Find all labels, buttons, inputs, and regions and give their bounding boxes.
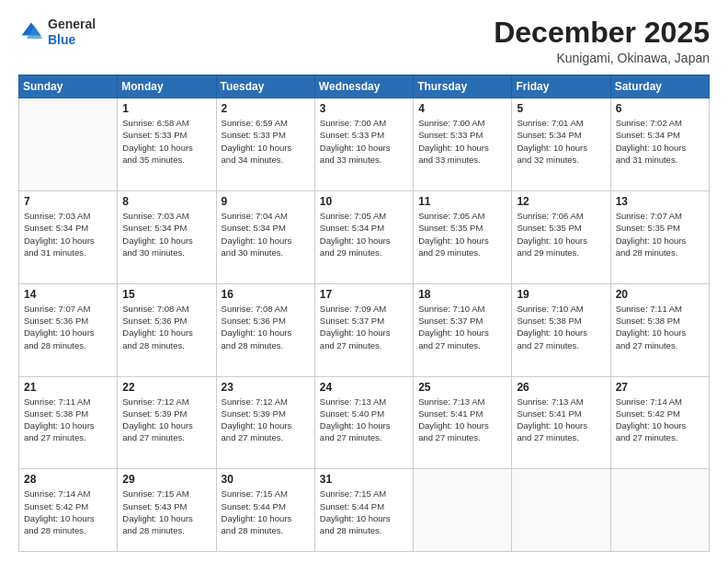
- day-number: 27: [616, 381, 704, 394]
- col-tuesday: Tuesday: [216, 75, 314, 98]
- calendar-row: 14Sunrise: 7:07 AM Sunset: 5:36 PM Dayli…: [19, 283, 710, 376]
- calendar-row: 21Sunrise: 7:11 AM Sunset: 5:38 PM Dayli…: [19, 376, 710, 469]
- day-number: 19: [517, 288, 605, 301]
- calendar-cell: 22Sunrise: 7:12 AM Sunset: 5:39 PM Dayli…: [118, 376, 216, 469]
- calendar-cell: 12Sunrise: 7:06 AM Sunset: 5:35 PM Dayli…: [512, 190, 610, 283]
- calendar-cell: 3Sunrise: 7:00 AM Sunset: 5:33 PM Daylig…: [314, 98, 413, 191]
- calendar-cell: 24Sunrise: 7:13 AM Sunset: 5:40 PM Dayli…: [314, 376, 413, 469]
- col-friday: Friday: [512, 75, 610, 98]
- calendar-cell: 25Sunrise: 7:13 AM Sunset: 5:41 PM Dayli…: [414, 376, 512, 469]
- day-info: Sunrise: 7:07 AM Sunset: 5:35 PM Dayligh…: [616, 210, 704, 259]
- calendar-cell: 27Sunrise: 7:14 AM Sunset: 5:42 PM Dayli…: [610, 376, 709, 469]
- day-info: Sunrise: 6:59 AM Sunset: 5:33 PM Dayligh…: [222, 117, 310, 166]
- col-thursday: Thursday: [414, 75, 512, 98]
- day-info: Sunrise: 7:12 AM Sunset: 5:39 PM Dayligh…: [222, 396, 310, 444]
- calendar-cell: 1Sunrise: 6:58 AM Sunset: 5:33 PM Daylig…: [118, 98, 216, 191]
- calendar-cell: 30Sunrise: 7:15 AM Sunset: 5:44 PM Dayli…: [216, 469, 314, 552]
- calendar-cell: 6Sunrise: 7:02 AM Sunset: 5:34 PM Daylig…: [610, 98, 709, 191]
- day-number: 16: [222, 288, 310, 301]
- month-title: December 2025: [494, 17, 710, 49]
- day-info: Sunrise: 7:01 AM Sunset: 5:34 PM Dayligh…: [517, 117, 605, 166]
- calendar-cell: [512, 469, 610, 552]
- calendar-cell: 4Sunrise: 7:00 AM Sunset: 5:33 PM Daylig…: [414, 98, 512, 191]
- day-info: Sunrise: 6:58 AM Sunset: 5:33 PM Dayligh…: [122, 117, 210, 166]
- logo-icon: [18, 19, 44, 45]
- day-number: 1: [122, 102, 210, 115]
- day-number: 26: [517, 381, 605, 394]
- day-info: Sunrise: 7:08 AM Sunset: 5:36 PM Dayligh…: [222, 303, 310, 351]
- day-number: 17: [320, 288, 408, 301]
- day-number: 2: [222, 102, 310, 115]
- calendar-cell: 15Sunrise: 7:08 AM Sunset: 5:36 PM Dayli…: [118, 283, 216, 376]
- calendar-row: 1Sunrise: 6:58 AM Sunset: 5:33 PM Daylig…: [19, 98, 710, 191]
- day-number: 14: [24, 288, 112, 301]
- day-number: 20: [616, 288, 704, 301]
- calendar-header-row: Sunday Monday Tuesday Wednesday Thursday…: [19, 75, 710, 98]
- calendar-cell: 7Sunrise: 7:03 AM Sunset: 5:34 PM Daylig…: [19, 190, 118, 283]
- calendar-cell: 21Sunrise: 7:11 AM Sunset: 5:38 PM Dayli…: [19, 376, 118, 469]
- day-info: Sunrise: 7:14 AM Sunset: 5:42 PM Dayligh…: [24, 488, 112, 536]
- calendar-cell: 9Sunrise: 7:04 AM Sunset: 5:34 PM Daylig…: [216, 190, 314, 283]
- day-number: 11: [418, 195, 506, 208]
- calendar-cell: [19, 98, 118, 191]
- calendar-cell: 16Sunrise: 7:08 AM Sunset: 5:36 PM Dayli…: [216, 283, 314, 376]
- day-number: 25: [418, 381, 506, 394]
- day-info: Sunrise: 7:13 AM Sunset: 5:41 PM Dayligh…: [418, 396, 506, 444]
- day-info: Sunrise: 7:12 AM Sunset: 5:39 PM Dayligh…: [122, 396, 210, 444]
- calendar-cell: 5Sunrise: 7:01 AM Sunset: 5:34 PM Daylig…: [512, 98, 610, 191]
- calendar-cell: 31Sunrise: 7:15 AM Sunset: 5:44 PM Dayli…: [314, 469, 413, 552]
- day-number: 10: [320, 195, 408, 208]
- day-info: Sunrise: 7:13 AM Sunset: 5:41 PM Dayligh…: [517, 396, 605, 444]
- calendar-cell: 20Sunrise: 7:11 AM Sunset: 5:38 PM Dayli…: [610, 283, 709, 376]
- day-number: 30: [222, 473, 310, 486]
- calendar-cell: 28Sunrise: 7:14 AM Sunset: 5:42 PM Dayli…: [19, 469, 118, 552]
- calendar-cell: 29Sunrise: 7:15 AM Sunset: 5:43 PM Dayli…: [118, 469, 216, 552]
- logo-text: General Blue: [48, 17, 96, 48]
- day-info: Sunrise: 7:10 AM Sunset: 5:38 PM Dayligh…: [517, 303, 605, 351]
- day-info: Sunrise: 7:05 AM Sunset: 5:35 PM Dayligh…: [418, 210, 506, 259]
- calendar-cell: [610, 469, 709, 552]
- day-number: 31: [320, 473, 408, 486]
- day-number: 15: [122, 288, 210, 301]
- day-info: Sunrise: 7:00 AM Sunset: 5:33 PM Dayligh…: [418, 117, 506, 166]
- day-info: Sunrise: 7:15 AM Sunset: 5:44 PM Dayligh…: [320, 488, 408, 536]
- calendar-cell: 19Sunrise: 7:10 AM Sunset: 5:38 PM Dayli…: [512, 283, 610, 376]
- day-info: Sunrise: 7:15 AM Sunset: 5:44 PM Dayligh…: [222, 488, 310, 536]
- day-number: 18: [418, 288, 506, 301]
- day-number: 7: [24, 195, 112, 208]
- day-number: 23: [222, 381, 310, 394]
- calendar-table: Sunday Monday Tuesday Wednesday Thursday…: [18, 75, 710, 552]
- day-number: 8: [122, 195, 210, 208]
- calendar-cell: 11Sunrise: 7:05 AM Sunset: 5:35 PM Dayli…: [414, 190, 512, 283]
- col-monday: Monday: [118, 75, 216, 98]
- calendar-row: 7Sunrise: 7:03 AM Sunset: 5:34 PM Daylig…: [19, 190, 710, 283]
- day-number: 13: [616, 195, 704, 208]
- day-number: 29: [122, 473, 210, 486]
- calendar-cell: 13Sunrise: 7:07 AM Sunset: 5:35 PM Dayli…: [610, 190, 709, 283]
- col-wednesday: Wednesday: [314, 75, 413, 98]
- day-info: Sunrise: 7:11 AM Sunset: 5:38 PM Dayligh…: [616, 303, 704, 351]
- day-number: 6: [616, 102, 704, 115]
- day-info: Sunrise: 7:07 AM Sunset: 5:36 PM Dayligh…: [24, 303, 112, 351]
- day-info: Sunrise: 7:03 AM Sunset: 5:34 PM Dayligh…: [122, 210, 210, 259]
- calendar-cell: 8Sunrise: 7:03 AM Sunset: 5:34 PM Daylig…: [118, 190, 216, 283]
- day-info: Sunrise: 7:14 AM Sunset: 5:42 PM Dayligh…: [616, 396, 704, 444]
- logo: General Blue: [18, 17, 96, 48]
- day-number: 5: [517, 102, 605, 115]
- day-info: Sunrise: 7:06 AM Sunset: 5:35 PM Dayligh…: [517, 210, 605, 259]
- day-number: 21: [24, 381, 112, 394]
- calendar-row: 28Sunrise: 7:14 AM Sunset: 5:42 PM Dayli…: [19, 469, 710, 552]
- calendar-cell: 2Sunrise: 6:59 AM Sunset: 5:33 PM Daylig…: [216, 98, 314, 191]
- page: General Blue December 2025 Kunigami, Oki…: [0, 0, 728, 563]
- calendar-cell: 18Sunrise: 7:10 AM Sunset: 5:37 PM Dayli…: [414, 283, 512, 376]
- title-block: December 2025 Kunigami, Okinawa, Japan: [494, 17, 710, 65]
- calendar-cell: 26Sunrise: 7:13 AM Sunset: 5:41 PM Dayli…: [512, 376, 610, 469]
- day-number: 22: [122, 381, 210, 394]
- day-info: Sunrise: 7:03 AM Sunset: 5:34 PM Dayligh…: [24, 210, 112, 259]
- day-number: 12: [517, 195, 605, 208]
- day-info: Sunrise: 7:04 AM Sunset: 5:34 PM Dayligh…: [222, 210, 310, 259]
- day-info: Sunrise: 7:15 AM Sunset: 5:43 PM Dayligh…: [122, 488, 210, 536]
- day-info: Sunrise: 7:02 AM Sunset: 5:34 PM Dayligh…: [616, 117, 704, 166]
- day-info: Sunrise: 7:08 AM Sunset: 5:36 PM Dayligh…: [122, 303, 210, 351]
- calendar-cell: [414, 469, 512, 552]
